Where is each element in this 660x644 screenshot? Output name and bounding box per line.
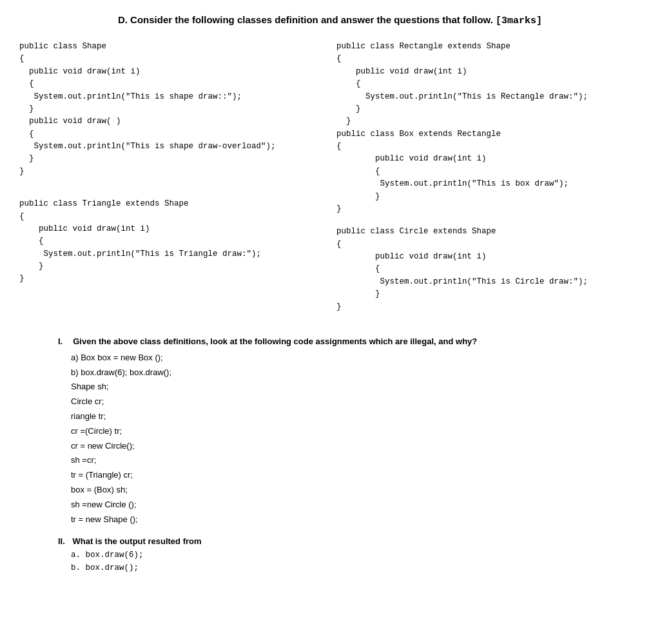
list-item: a) Box box = new Box (); [71,351,641,365]
list-item: Circle cr; [71,395,641,409]
section-ii-text: What is the output resulted from [72,536,201,546]
list-item-b: b. box.draw(); [71,561,641,574]
page-wrapper: D. Consider the following classes defini… [19,13,641,574]
section-ii-title: II. What is the output resulted from [58,536,641,546]
section-i-text: Given the above class definitions, look … [73,337,477,346]
page-title: D. Consider the following classes defini… [19,13,641,28]
triangle-class-code: public class Triangle extends Shape { pu… [19,198,324,286]
list-item: sh =cr; [71,454,641,467]
list-item: cr =(Circle) tr; [71,425,641,438]
section-ii: II. What is the output resulted from a. … [58,536,641,574]
questions-section: I. Given the above class definitions, lo… [19,337,641,575]
right-column: public class Rectangle extends Shape { p… [336,41,641,324]
classes-container: public class Shape { public void draw(in… [19,41,641,324]
list-item: tr = (Triangle) cr; [71,469,641,482]
list-item: sh =new Circle (); [71,498,641,512]
section-i: I. Given the above class definitions, lo… [58,337,641,527]
section-i-title: I. Given the above class definitions, lo… [58,337,641,346]
roman-i: I. [58,337,63,346]
left-column: public class Shape { public void draw(in… [19,41,324,324]
list-item: cr = new Circle(); [71,440,641,453]
section-i-list: a) Box box = new Box (); b) box.draw(6);… [58,351,641,527]
list-item: tr = new Shape (); [71,513,641,527]
rectangle-class-code: public class Rectangle extends Shape { p… [336,41,641,215]
circle-class-code: public class Circle extends Shape { publ… [336,226,641,313]
list-item-a: a. box.draw(6); [71,549,641,561]
section-ii-list: a. box.draw(6); b. box.draw(); [58,549,641,574]
list-item: box = (Box) sh; [71,483,641,497]
shape-class-code: public class Shape { public void draw(in… [19,41,324,178]
list-item: Shape sh; [71,380,641,394]
list-item: b) box.draw(6); box.draw(); [71,366,641,380]
list-item: riangle tr; [71,410,641,424]
